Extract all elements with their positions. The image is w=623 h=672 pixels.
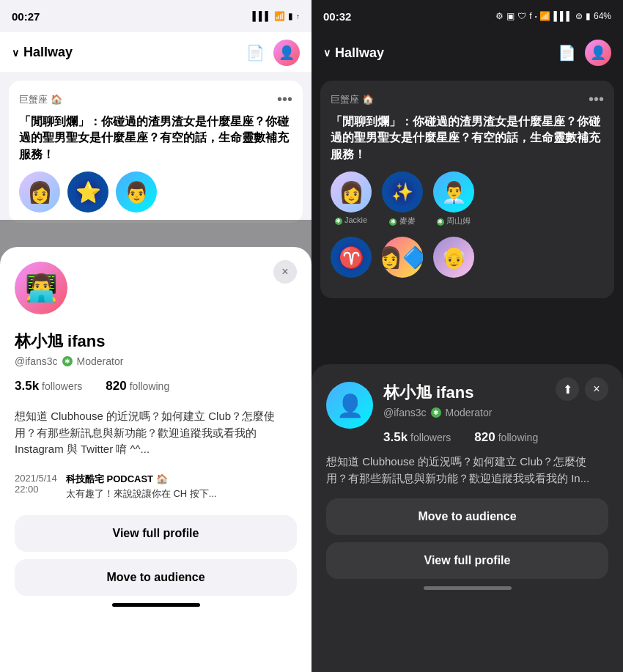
- battery-percent-right: 64%: [594, 11, 611, 21]
- badge-maimai: ✱: [389, 218, 397, 226]
- nav-title-left[interactable]: ∨ Hallway: [12, 45, 73, 60]
- speaker-avatar-1-left: 👩: [19, 171, 60, 213]
- speaker-name-maimai: ✱ 麥麥: [389, 215, 415, 226]
- home-indicator-left: [112, 603, 200, 607]
- room-dots-left[interactable]: •••: [277, 91, 292, 108]
- speaker-avatar-3-left: 👨: [116, 171, 157, 213]
- following-stat-left: 820 following: [106, 379, 169, 394]
- signal-bars-right: ▌▌▌: [553, 11, 572, 21]
- speaker-name-jackie: ✱ Jackie: [335, 215, 367, 225]
- gear-icon-right: ⚙: [495, 11, 504, 21]
- battery-icon-left: ▮: [288, 11, 293, 21]
- badge-jackie: ✱: [335, 218, 342, 225]
- signal-icon-left: ▌▌▌: [252, 11, 271, 21]
- room-speakers-row2-right: ♈ 👩‍🔷 👴: [331, 237, 604, 278]
- profile-bio-left: 想知道 Clubhouse 的近況嗎？如何建立 Club？怎麼使用？有那些新訊息…: [15, 408, 297, 458]
- view-profile-button-left[interactable]: View full profile: [15, 515, 297, 552]
- profile-bio-right: 想知道 Clubhouse 的近況嗎？如何建立 Club？怎麼使用？有那些新訊息…: [326, 454, 608, 487]
- speaker-avatar-zhoushamu: 👨‍💼: [433, 171, 474, 213]
- speaker-maimai: ✨ ✱ 麥麥: [382, 171, 423, 226]
- wifi-icon-right: ⊜: [575, 11, 583, 21]
- view-profile-button-right[interactable]: View full profile: [326, 542, 608, 579]
- profile-stats-left: 3.5k followers 820 following: [15, 379, 297, 394]
- speaker-avatar-4: ♈: [331, 237, 372, 278]
- speaker-6: 👴: [433, 237, 474, 278]
- status-time-left: 00:27: [12, 10, 40, 23]
- close-button-right[interactable]: ×: [585, 377, 608, 401]
- phone-left: 00:27 ▌▌▌ 📶 ▮ ↑ ∨ Hallway 📄 👤 巨蟹座 🏠 ••• …: [0, 0, 312, 672]
- profile-name-left: 林小旭 ifans: [15, 331, 297, 352]
- profile-modal-left: × 👨‍💻 林小旭 ifans @ifans3c ✱ Moderator 3.5…: [0, 247, 312, 672]
- status-icons-left: ▌▌▌ 📶 ▮ ↑: [252, 11, 300, 21]
- room-speakers-left: 👩 ⭐ 👨: [19, 171, 292, 213]
- room-category-left: 巨蟹座 🏠: [19, 93, 62, 106]
- moderator-badge-left: ✱: [62, 356, 73, 366]
- event-time-left: 2021/5/14 22:00: [15, 473, 57, 501]
- share-button-right[interactable]: ⬆: [556, 377, 579, 401]
- home-indicator-right: [424, 586, 512, 590]
- close-button-left[interactable]: ×: [273, 260, 297, 284]
- speaker-avatar-jackie: 👩: [331, 171, 372, 213]
- profile-stats-right: 3.5k followers 820 following: [383, 430, 538, 445]
- speaker-avatar-6: 👴: [433, 237, 474, 278]
- chevron-down-icon-right: ∨: [323, 47, 331, 59]
- room-title-left[interactable]: 「閒聊到爛」：你碰過的渣男渣女是什麼星座？你碰過的聖男聖女是什麼星座？有空的話，…: [19, 114, 292, 163]
- profile-handle-right: @ifans3c ✱ Moderator: [383, 407, 538, 418]
- profile-modal-right: ⬆ × 👤 林小旭 ifans @ifans3c ✱ Moderator 3.5…: [312, 364, 623, 672]
- signal-icon-right: 📶: [539, 11, 550, 21]
- status-bar-left: 00:27 ▌▌▌ 📶 ▮ ↑: [0, 0, 312, 32]
- speaker-5: 👩‍🔷: [382, 237, 423, 278]
- profile-avatar-container-left: 👨‍💻: [15, 262, 67, 323]
- followers-stat-right: 3.5k followers: [383, 430, 451, 445]
- notch-left: ↑: [296, 12, 300, 21]
- status-time-right: 00:32: [323, 10, 351, 23]
- badge-zhoushamu: ✱: [437, 218, 444, 226]
- move-to-audience-button-right[interactable]: Move to audience: [326, 498, 608, 535]
- event-club-left: 科技酷宅 PODCAST 🏠: [66, 473, 217, 486]
- profile-avatar-left: 👨‍💻: [15, 262, 67, 314]
- nav-icons-right: 📄 👤: [558, 40, 611, 66]
- event-title-text-left: 太有趣了！來說說讓你在 CH 按下...: [66, 487, 217, 501]
- nav-bar-right: ∨ Hallway 📄 👤: [312, 32, 623, 73]
- moderator-badge-right: ✱: [431, 407, 441, 418]
- chevron-down-icon-left: ∨: [12, 47, 19, 59]
- room-card-left: 巨蟹座 🏠 ••• 「閒聊到爛」：你碰過的渣男渣女是什麼星座？你碰過的聖男聖女是…: [9, 81, 303, 223]
- dot-icon-right: •: [535, 13, 537, 20]
- profile-handle-left: @ifans3c ✱ Moderator: [15, 355, 297, 367]
- speaker-4: ♈: [331, 237, 372, 278]
- room-title-right[interactable]: 「閒聊到爛」：你碰過的渣男渣女是什麼星座？你碰過的聖男聖女是什麼星座？有空的話，…: [331, 114, 604, 163]
- room-speakers-row1-right: 👩 ✱ Jackie ✨ ✱ 麥麥 👨‍💼 ✱ 周山姆: [331, 171, 604, 226]
- speaker-zhoushamu: 👨‍💼 ✱ 周山姆: [433, 171, 474, 226]
- status-icons-right: ⚙ ▣ 🛡 f • 📶 ▌▌▌ ⊜ ▮ 64%: [495, 11, 611, 21]
- speaker-avatar-5: 👩‍🔷: [382, 237, 423, 278]
- room-category-right: 巨蟹座 🏠: [331, 93, 374, 106]
- following-stat-right: 820 following: [474, 430, 538, 445]
- profile-avatar-right: 👤: [326, 382, 373, 429]
- move-to-audience-button-left[interactable]: Move to audience: [15, 559, 297, 596]
- room-header-right: 巨蟹座 🏠 •••: [331, 91, 604, 108]
- room-dots-right[interactable]: •••: [589, 91, 604, 108]
- fb-icon-right: f: [529, 11, 531, 21]
- speaker-avatar-2-left: ⭐: [67, 171, 108, 213]
- speaker-name-zhoushamu: ✱ 周山姆: [437, 215, 471, 226]
- profile-name-right: 林小旭 ifans: [383, 382, 538, 404]
- wifi-icon-left: 📶: [274, 11, 285, 21]
- phone-right: 00:32 ⚙ ▣ 🛡 f • 📶 ▌▌▌ ⊜ ▮ 64% ∨ Hallway …: [312, 0, 623, 672]
- battery-icon-right: ▮: [586, 11, 591, 21]
- nav-title-right[interactable]: ∨ Hallway: [323, 45, 384, 61]
- document-icon-left[interactable]: 📄: [246, 44, 265, 62]
- room-header-left: 巨蟹座 🏠 •••: [19, 91, 292, 108]
- room-card-right: 巨蟹座 🏠 ••• 「閒聊到爛」：你碰過的渣男渣女是什麼星座？你碰過的聖男聖女是…: [320, 81, 614, 298]
- avatar-nav-right[interactable]: 👤: [585, 40, 611, 66]
- avatar-nav-left[interactable]: 👤: [273, 40, 300, 66]
- profile-avatar-container-right: 👤: [326, 382, 373, 429]
- profile-event-left: 2021/5/14 22:00 科技酷宅 PODCAST 🏠 太有趣了！來說說讓…: [15, 473, 297, 501]
- nav-icons-left: 📄 👤: [246, 40, 300, 66]
- screen-icon-right: ▣: [506, 11, 515, 21]
- followers-stat-left: 3.5k followers: [15, 379, 82, 394]
- speaker-jackie: 👩 ✱ Jackie: [331, 171, 372, 226]
- document-icon-right[interactable]: 📄: [558, 44, 576, 62]
- shield-icon-right: 🛡: [517, 11, 526, 21]
- status-bar-right: 00:32 ⚙ ▣ 🛡 f • 📶 ▌▌▌ ⊜ ▮ 64%: [312, 0, 623, 32]
- nav-bar-left: ∨ Hallway 📄 👤: [0, 32, 312, 73]
